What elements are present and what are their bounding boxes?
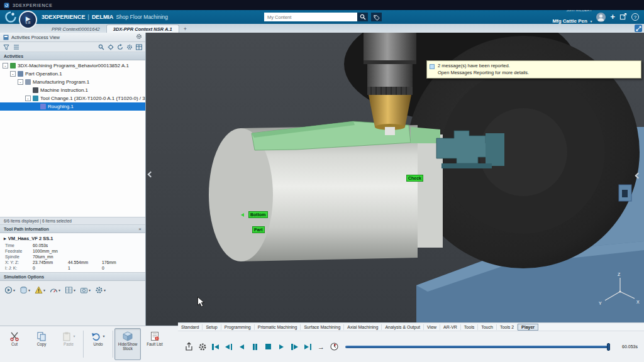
tab-programming[interactable]: Programming xyxy=(221,324,255,330)
view-mode-button[interactable] xyxy=(13,44,19,50)
close-icon[interactable]: × xyxy=(138,226,142,232)
stop-button[interactable] xyxy=(264,341,273,352)
play-circle-icon xyxy=(4,286,13,294)
timeline-slider[interactable] xyxy=(345,343,610,351)
capture-button[interactable]: ▾ xyxy=(80,286,91,294)
workspace-name: Mfg Cattle Pen xyxy=(552,18,587,24)
tab-tools[interactable]: Tools xyxy=(461,324,478,330)
refresh-button[interactable] xyxy=(117,41,123,53)
axis-x-label: X xyxy=(636,300,640,304)
tab-prismatic-machining[interactable]: Prismatic Machining xyxy=(255,324,301,330)
axis-y-label: Y xyxy=(599,301,602,305)
tab-tools-2[interactable]: Tools 2 xyxy=(497,324,518,330)
sim-settings-button[interactable]: ▾ xyxy=(95,286,106,294)
tab-axial-machining[interactable]: Axial Machining xyxy=(344,324,382,330)
cut-button[interactable]: Cut xyxy=(1,328,28,360)
goto-time-button[interactable]: → xyxy=(316,341,326,352)
bottom-feature-label[interactable]: Bottom xyxy=(248,211,268,218)
tab-standard[interactable]: Standard xyxy=(178,324,203,330)
step-backward-button[interactable] xyxy=(224,341,233,352)
fault-list-button[interactable]: Fault List xyxy=(142,328,168,360)
tpi-value: 23.745mm xyxy=(33,260,68,265)
tree-item[interactable]: - Tool Change.1 (3DX-T1020-0 A.1 (T1020-… xyxy=(0,94,145,102)
tree-expander[interactable]: - xyxy=(10,71,16,77)
check-feature-label[interactable]: Check xyxy=(406,175,423,182)
paste-button[interactable]: ▾ Paste xyxy=(55,328,82,360)
step-forward-button[interactable] xyxy=(290,341,299,352)
report-table-button[interactable]: ▾ xyxy=(65,286,75,294)
jump-to-end-button[interactable] xyxy=(303,341,313,352)
chevron-down-icon: ▾ xyxy=(590,19,592,23)
search-tree-button[interactable] xyxy=(98,41,104,53)
paste-label: Paste xyxy=(64,343,74,347)
columns-button[interactable] xyxy=(136,41,142,53)
tab-touch[interactable]: Touch xyxy=(478,324,497,330)
tree-spacer xyxy=(25,87,31,93)
export-button[interactable] xyxy=(184,341,194,352)
activities-section-header: Activities xyxy=(0,52,145,60)
undo-button[interactable]: ▾ Undo xyxy=(85,328,111,360)
pause-button[interactable] xyxy=(250,341,260,352)
tree-item-roughing-selected[interactable]: Roughing.1 xyxy=(0,102,145,111)
share-button[interactable] xyxy=(619,11,627,23)
part-feature-label[interactable]: Part xyxy=(252,226,265,233)
fault-list-icon xyxy=(150,331,160,341)
simulation-play-mode-button[interactable]: ▾ xyxy=(4,286,15,294)
tab-ppr-context[interactable]: PPR Context00001642 xyxy=(45,25,106,33)
jump-to-start-button[interactable] xyxy=(211,341,220,352)
app-window: 3DEXPERIENCE 3DEXPERIENCE | DELMIA Shop … xyxy=(0,0,644,362)
table-icon xyxy=(65,286,73,294)
machining-program-icon xyxy=(10,63,16,69)
messages-tooltip[interactable]: 2 message(s) have been reported. Open Me… xyxy=(426,60,641,79)
tab-3dx-ppr-context[interactable]: 3DX-PPR Context NSR A.1 xyxy=(106,25,179,33)
hide-show-stock-button[interactable]: Hide/Show Stock xyxy=(114,328,141,360)
tab-surface-machining[interactable]: Surface Machining xyxy=(301,324,344,330)
avatar[interactable] xyxy=(596,13,606,22)
tab-ar-vr[interactable]: AR-VR xyxy=(440,324,461,330)
tree-spacer xyxy=(33,104,38,109)
tree-item[interactable]: - 3DX-Machining Programs_Behavior0001385… xyxy=(0,62,145,70)
machine-row[interactable]: ▸ VM_Haas_VF 2 SS.1 xyxy=(0,234,145,242)
tree-expander[interactable]: - xyxy=(3,63,8,69)
tag-button[interactable] xyxy=(371,13,382,21)
tree-expander[interactable]: - xyxy=(25,96,31,101)
locate-button[interactable] xyxy=(108,41,114,53)
app-module: Shop Floor Machining xyxy=(116,14,168,20)
new-tab-button[interactable]: + xyxy=(179,26,191,33)
analysis-button[interactable]: ▾ xyxy=(50,286,60,294)
play-button[interactable] xyxy=(277,341,286,352)
search-button[interactable] xyxy=(357,13,368,21)
tab-analysis-output[interactable]: Analysis & Output xyxy=(382,324,424,330)
manufacturing-program-icon xyxy=(25,79,31,85)
tree-expander[interactable]: - xyxy=(18,79,23,85)
panel-settings-button[interactable] xyxy=(136,33,142,41)
tree-settings-button[interactable] xyxy=(126,41,133,53)
playback-speed-button[interactable] xyxy=(330,341,339,352)
badge-label: V.R xyxy=(25,21,31,25)
timeline-track[interactable] xyxy=(345,346,610,348)
tree-item[interactable]: - Part Operation.1 xyxy=(0,70,145,78)
add-content-button[interactable]: + xyxy=(610,13,615,21)
message-line-1: 2 message(s) have been reported. xyxy=(438,63,637,70)
help-button[interactable]: ? xyxy=(631,13,639,21)
search-input[interactable] xyxy=(264,13,357,21)
stock-cube-icon xyxy=(123,331,133,341)
machine-name: VM_Haas_VF 2 SS.1 xyxy=(8,236,53,241)
app-badge[interactable]: ▶ V.R xyxy=(19,11,37,29)
collision-check-button[interactable]: ▾ xyxy=(35,286,45,294)
material-removal-button[interactable]: ▾ xyxy=(19,286,30,294)
tree-item[interactable]: Machine Instruction.1 xyxy=(0,86,145,94)
tab-setup[interactable]: Setup xyxy=(203,324,221,330)
toolpath-info-title: Tool Path Information xyxy=(4,227,49,231)
play-backward-button[interactable] xyxy=(237,341,247,352)
timeline-handle[interactable] xyxy=(607,343,610,351)
tree-item[interactable]: - Manufacturing Program.1 xyxy=(0,78,145,86)
fullscreen-button[interactable] xyxy=(635,25,642,32)
filter-button[interactable] xyxy=(3,44,9,50)
copy-button[interactable]: Copy xyxy=(28,328,55,360)
player-settings-button[interactable] xyxy=(197,341,207,352)
tab-player[interactable]: Player xyxy=(518,324,538,331)
viewport-3d[interactable]: Z Y X 2 message(s) have been reported. O… xyxy=(146,33,644,326)
tab-view[interactable]: View xyxy=(424,324,440,330)
user-block[interactable]: John MILBERY Mfg Cattle Pen ▾ xyxy=(552,8,592,26)
